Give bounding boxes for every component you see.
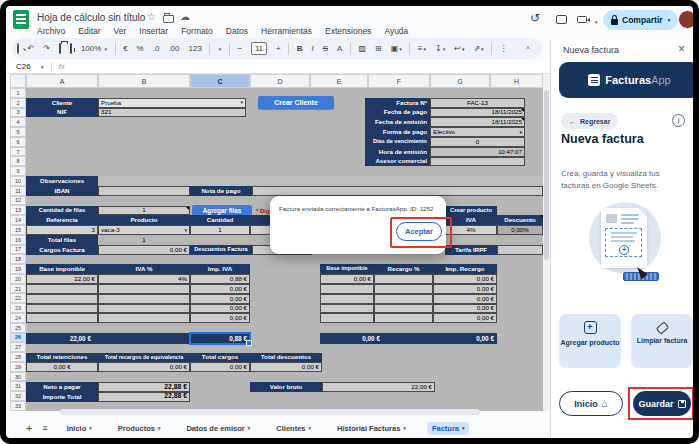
cell-cantidad-header[interactable]: Cantidad	[190, 215, 250, 225]
cell-dias-venc[interactable]: 0	[430, 137, 525, 147]
cell-total-retenciones[interactable]: 0,00 €	[26, 362, 98, 372]
more-options-icon[interactable]: ⋮	[500, 45, 508, 53]
cell-total-recargos-label[interactable]: Total recargos de equivalencia	[98, 353, 190, 363]
iva-table-header-imp[interactable]: Imp. IVA	[190, 264, 250, 274]
cell-fecha-pago-label[interactable]: Fecha de pago	[365, 108, 430, 118]
cell[interactable]	[320, 313, 374, 323]
percent-format-button[interactable]: %	[137, 45, 144, 53]
horizontal-align-icon[interactable]: ≡▾	[418, 45, 426, 53]
column-header-f[interactable]: F	[368, 74, 430, 88]
font-select[interactable]: ▾	[218, 45, 222, 53]
sheets-logo-icon[interactable]	[13, 10, 29, 29]
cell[interactable]	[374, 304, 433, 314]
row-number[interactable]: 24	[10, 313, 26, 323]
cell[interactable]: 0,00 €	[433, 304, 497, 314]
dropdown-caret-icon[interactable]: ▾	[184, 228, 187, 233]
row-number[interactable]: 13	[10, 205, 26, 215]
cell-nota-pago-label[interactable]: Nota de pago	[190, 186, 252, 196]
recargo-table-header-base[interactable]: Base imponible	[320, 264, 374, 274]
cell-cantidad-filas-value[interactable]: 1	[98, 206, 190, 216]
row-number[interactable]: 5	[10, 127, 26, 137]
cell-observaciones-value[interactable]	[98, 176, 543, 186]
decrease-decimal-button[interactable]: .0	[153, 45, 160, 53]
cell-importe-total-value[interactable]: 22,88 €	[98, 392, 190, 402]
decrease-font-button[interactable]: −	[237, 45, 242, 53]
menu-item[interactable]: Editar	[78, 26, 100, 36]
menu-item[interactable]: Datos	[226, 26, 248, 36]
italic-button[interactable]: I	[312, 45, 314, 53]
row-number[interactable]: 4	[10, 117, 26, 127]
cell[interactable]	[98, 313, 190, 323]
row-number[interactable]: 26	[10, 333, 26, 343]
cell-total-cargos-label[interactable]: Total cargos	[190, 353, 250, 363]
row-number[interactable]: 33	[10, 401, 26, 411]
row-number[interactable]: 31	[10, 381, 26, 391]
cell[interactable]	[26, 294, 98, 304]
menu-item[interactable]: Extensiones	[325, 26, 371, 36]
all-sheets-icon[interactable]: ≡	[42, 423, 47, 433]
crear-producto-button[interactable]: Crear producto	[445, 206, 497, 216]
column-header-a[interactable]: A	[26, 74, 98, 88]
cell-fecha-emision-label[interactable]: Fecha de emisión	[365, 117, 430, 127]
column-header-e[interactable]: E	[310, 74, 368, 88]
cell-dias-venc-label[interactable]: Días de vencimiento	[365, 137, 430, 147]
cell-nif-label[interactable]: NIF	[26, 108, 98, 118]
iva-table-header-pct[interactable]: IVA %	[98, 264, 190, 274]
row-number[interactable]: 32	[10, 391, 26, 401]
limpiar-factura-card[interactable]: Limpiar factura	[631, 314, 693, 368]
info-icon[interactable]: i	[672, 114, 685, 127]
cell[interactable]: 0,00 €	[433, 284, 497, 294]
cell[interactable]: 0,00 €	[190, 294, 250, 304]
text-rotate-icon[interactable]: ⇗▾	[473, 45, 483, 53]
collapse-toolbar-icon[interactable]: ^	[526, 45, 530, 53]
cell-tarifa-irpf-value[interactable]	[497, 245, 543, 255]
move-folder-icon[interactable]	[163, 15, 174, 23]
cell-forma-pago-label[interactable]: Forma de pago	[365, 127, 430, 137]
cell[interactable]	[374, 274, 433, 284]
row-number[interactable]: 14	[10, 215, 26, 225]
cell-total-filas-label[interactable]: Total filas	[26, 235, 98, 245]
cell-item-descuento[interactable]: 0,00%	[497, 225, 543, 235]
strikethrough-button[interactable]: S	[323, 45, 328, 53]
cell[interactable]	[374, 294, 433, 304]
cell-item-referencia[interactable]: 3	[26, 225, 98, 235]
row-number[interactable]: 9	[10, 166, 26, 176]
cell-fecha-emision[interactable]: 18/11/2025	[430, 117, 525, 127]
close-icon[interactable]: ×	[678, 42, 685, 56]
tab-caret-icon[interactable]: ▾	[248, 425, 251, 431]
row-number[interactable]: 23	[10, 303, 26, 313]
row-number[interactable]: 11	[10, 186, 26, 196]
comments-icon[interactable]	[556, 15, 567, 24]
currency-format-button[interactable]: €	[123, 45, 127, 53]
cell[interactable]: 0,00 €	[320, 274, 374, 284]
row-number[interactable]: 6	[10, 137, 26, 147]
cell-forma-pago[interactable]: Efectivo▾	[430, 127, 525, 137]
row-number[interactable]: 19	[10, 264, 26, 274]
cell-iban-value[interactable]	[98, 186, 190, 196]
cell-referencia-header[interactable]: Referencia	[26, 215, 98, 225]
dropdown-caret-icon[interactable]: ▾	[240, 100, 243, 105]
row-number[interactable]: 7	[10, 147, 26, 157]
cell-cliente-value[interactable]: Prueba▾	[98, 98, 246, 108]
cell-neto-value[interactable]: 22,88 €	[98, 382, 190, 392]
cell-valor-bruto-value[interactable]: 22,00 €	[322, 382, 435, 392]
cell-tarifa-irpf-label[interactable]: Tarifa IRPF	[445, 245, 497, 255]
cell-cantidad-filas-label[interactable]: Cantidad de filas	[26, 206, 98, 216]
sheet-tab[interactable]: Inicio▾	[62, 422, 97, 435]
cell[interactable]: 0,00 €	[190, 313, 250, 323]
name-box-caret-icon[interactable]: ▾	[41, 64, 44, 70]
cell-asesor[interactable]	[430, 157, 525, 167]
cell-cargos-factura-label[interactable]: Cargos Factura	[26, 245, 98, 255]
row-number[interactable]: 20	[10, 274, 26, 284]
cell[interactable]	[98, 294, 190, 304]
share-caret-icon[interactable]: ▾	[668, 17, 671, 23]
row-number[interactable]: 27	[10, 342, 26, 352]
row-number[interactable]: 21	[10, 284, 26, 294]
row-number[interactable]: 29	[10, 362, 26, 372]
tab-caret-icon[interactable]: ▾	[308, 425, 311, 431]
menu-item[interactable]: Insertar	[139, 26, 168, 36]
star-icon[interactable]: ☆	[147, 12, 156, 22]
print-icon[interactable]	[59, 45, 61, 53]
cell-total-filas-value[interactable]: 1	[98, 235, 190, 245]
text-wrap-icon[interactable]: ↩▾	[454, 45, 464, 53]
